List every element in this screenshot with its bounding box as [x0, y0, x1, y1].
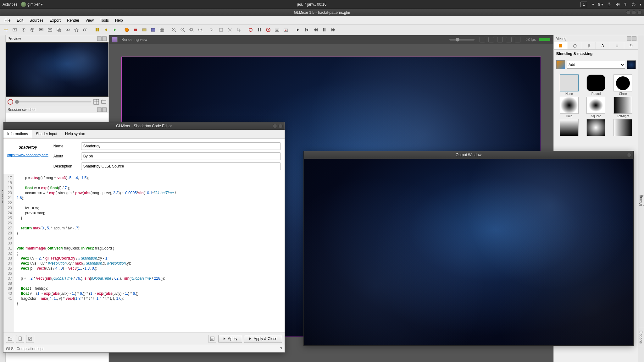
render-zoom-fit-icon[interactable]	[497, 37, 503, 42]
new-source-button[interactable]	[2, 26, 10, 34]
preview-record-button[interactable]	[8, 99, 13, 105]
panel-detach-button[interactable]	[627, 36, 631, 41]
blend-swatch[interactable]	[556, 60, 565, 69]
panel-detach-button[interactable]	[97, 107, 102, 112]
grid-button[interactable]	[158, 26, 166, 34]
shader-minimize-button[interactable]	[273, 124, 277, 128]
timeline-rewind-button[interactable]	[311, 26, 319, 34]
render-zoom-slider[interactable]	[449, 39, 475, 41]
render-source-button[interactable]	[37, 26, 45, 34]
mask-item-6[interactable]	[556, 119, 582, 137]
rotate-tool-button[interactable]	[226, 26, 234, 34]
menu-sources[interactable]: Sources	[27, 17, 46, 24]
play-button[interactable]	[111, 26, 119, 34]
mask-square[interactable]: Square	[583, 97, 609, 118]
timeline-prev-button[interactable]	[303, 26, 311, 34]
power-icon[interactable]	[631, 2, 636, 7]
accessibility-icon[interactable]	[607, 2, 611, 7]
compilation-log-bar[interactable]: GLSL Compilation logs ?	[3, 345, 285, 352]
wrap-button[interactable]	[208, 335, 216, 343]
tab-shader-input[interactable]: Shader input	[32, 130, 61, 138]
aspect-button[interactable]	[140, 26, 148, 34]
volume-icon[interactable]	[615, 2, 619, 7]
menu-render[interactable]: Render	[64, 17, 82, 24]
step-back-button[interactable]	[102, 26, 110, 34]
mask-round[interactable]: Round	[583, 74, 609, 96]
panel-detach-button[interactable]	[97, 36, 102, 41]
record-stop-button[interactable]	[264, 26, 272, 34]
capture-source-button[interactable]	[46, 26, 54, 34]
stop-output-button[interactable]	[131, 26, 140, 34]
output-window-titlebar[interactable]: Output Window	[304, 151, 633, 159]
zoom-in-button[interactable]	[170, 26, 178, 34]
tab-informations[interactable]: Informations	[3, 130, 32, 138]
camera-source-button[interactable]	[19, 26, 28, 34]
pause-button[interactable]	[93, 26, 101, 34]
menu-help[interactable]: Help	[113, 17, 125, 24]
menu-view[interactable]: View	[83, 17, 96, 24]
workspace-indicator[interactable]: 1	[580, 2, 587, 7]
record-pause-button[interactable]	[255, 26, 264, 34]
select-tool-button[interactable]	[208, 26, 216, 34]
render-zoom-reset-icon[interactable]	[506, 37, 512, 42]
timeline-play-button[interactable]	[294, 26, 302, 34]
render-zoom-out-icon[interactable]	[488, 37, 494, 42]
zoom-fit-button[interactable]	[187, 26, 196, 34]
language-indicator[interactable]: fr ▾	[598, 2, 603, 7]
cube-source-button[interactable]	[28, 26, 36, 34]
tab-help-syntax[interactable]: Help syntax	[61, 130, 89, 138]
mask-item-7[interactable]	[583, 119, 609, 137]
output-close-button[interactable]	[627, 153, 631, 157]
mask-circle[interactable]: Circle	[610, 74, 636, 96]
app-menu[interactable]: glmixer ▾	[21, 2, 43, 7]
snapshot-rec-button[interactable]	[282, 26, 290, 34]
activities-button[interactable]: Activities	[3, 2, 17, 7]
snapshot-button[interactable]	[273, 26, 281, 34]
menu-file[interactable]: File	[2, 17, 13, 24]
menu-export[interactable]: Export	[47, 17, 63, 24]
move-tool-button[interactable]	[217, 26, 225, 34]
blend-mode-select[interactable]: Add	[567, 61, 625, 69]
mixing-tab-reset[interactable]	[624, 42, 638, 49]
clock[interactable]: jeu. 7 janv., 00:16	[43, 2, 580, 7]
menu-edit[interactable]: Edit	[14, 17, 26, 24]
stream-source-button[interactable]	[81, 26, 89, 34]
mask-none[interactable]: None	[556, 74, 582, 96]
mixing-tab-filter[interactable]	[582, 42, 596, 49]
paste-button[interactable]	[16, 335, 24, 343]
menu-tools[interactable]: Tools	[97, 17, 111, 24]
name-field[interactable]	[81, 142, 281, 150]
render-refresh-icon[interactable]	[515, 37, 520, 42]
options-tab[interactable]: Options	[638, 328, 644, 346]
panel-close-button[interactable]	[102, 107, 107, 112]
maximize-button[interactable]	[632, 10, 636, 15]
panel-close-button[interactable]	[632, 36, 636, 41]
preview-window-button[interactable]	[101, 99, 107, 105]
shader-source-button[interactable]	[72, 26, 80, 34]
help-icon[interactable]: ?	[280, 347, 282, 351]
panel-close-button[interactable]	[102, 36, 107, 41]
zoom-reset-button[interactable]	[196, 26, 204, 34]
render-zoom-in-icon[interactable]	[480, 37, 485, 42]
code-editor[interactable]: 1718192021222324252627282930313233343536…	[3, 174, 285, 332]
preview-slider[interactable]	[15, 101, 92, 102]
media-source-button[interactable]	[11, 26, 19, 34]
close-button[interactable]	[637, 10, 642, 15]
svg-source-button[interactable]	[64, 26, 72, 34]
output-button[interactable]	[123, 26, 131, 34]
mixing-tab-settings[interactable]	[610, 42, 624, 49]
shader-window-titlebar[interactable]: GLMixer - Shadertoy Code Editor	[3, 122, 285, 130]
mixing-tab-fx[interactable]: fx	[596, 42, 610, 49]
mask-item-8[interactable]	[610, 119, 636, 137]
zoom-out-button[interactable]	[179, 26, 187, 34]
timeline-next-button[interactable]	[329, 26, 337, 34]
mask-halo[interactable]: Halo	[556, 97, 582, 118]
timeline-pause-button[interactable]	[320, 26, 328, 34]
apply-button[interactable]: Apply	[218, 335, 242, 343]
shadertoy-link[interactable]: https://www.shadertoy.com	[7, 153, 48, 157]
open-file-button[interactable]	[6, 335, 14, 343]
tab-mixing[interactable]: Mixing	[638, 41, 643, 359]
record-button[interactable]	[247, 26, 255, 34]
mixing-tab-color[interactable]	[568, 42, 582, 49]
tray-icon[interactable]: ▫▾	[591, 2, 594, 7]
